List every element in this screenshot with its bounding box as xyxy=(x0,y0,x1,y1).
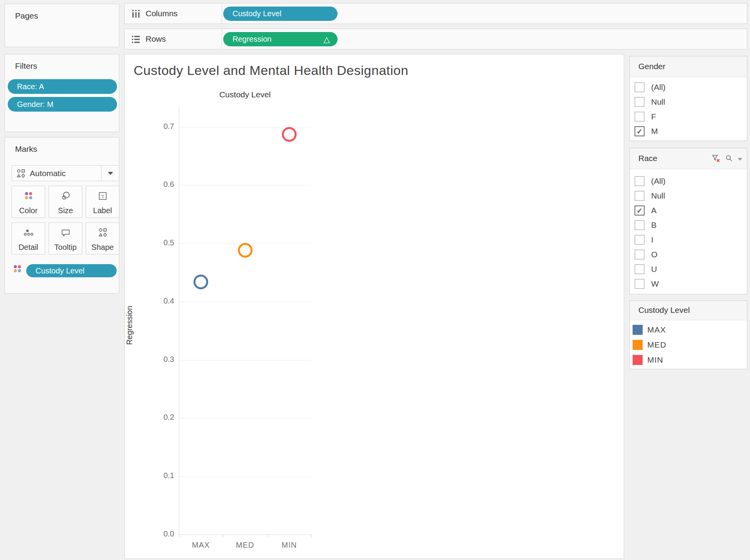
race-item-b[interactable]: B xyxy=(630,218,747,232)
x-axis-tick xyxy=(179,535,179,537)
race-item-o[interactable]: O xyxy=(630,247,747,262)
rows-shelf-label: Rows xyxy=(146,29,166,49)
filters-panel: Filters Race: AGender: M xyxy=(5,54,119,132)
detail-button[interactable]: Detail xyxy=(12,222,45,255)
y-axis-line xyxy=(179,107,179,535)
search-icon[interactable] xyxy=(725,154,734,165)
filter-clear-icon[interactable] xyxy=(711,154,721,165)
gridline xyxy=(179,418,311,418)
y-tick-label: 0.6 xyxy=(143,180,174,189)
checkbox-unchecked[interactable] xyxy=(635,97,645,107)
checkbox-unchecked[interactable] xyxy=(635,249,645,260)
y-tick-label: 0.0 xyxy=(143,529,174,538)
gender-item-f[interactable]: F xyxy=(630,109,747,124)
marks-button-label: Color xyxy=(19,206,38,215)
legend-label: MAX xyxy=(647,325,666,334)
size-circles-icon xyxy=(60,191,71,203)
gender-item-null[interactable]: Null xyxy=(630,95,747,109)
x-axis-tick xyxy=(223,535,223,537)
tooltip-bubble-icon xyxy=(60,227,71,240)
shelf-divider xyxy=(222,3,222,24)
filters-title: Filters xyxy=(15,61,37,71)
race-panel-title: Race xyxy=(638,154,657,163)
legend-item-max[interactable]: MAX xyxy=(630,322,747,337)
race-panel-header[interactable]: Race xyxy=(630,148,747,169)
plot-region: 0.00.10.20.30.40.50.60.7MAXMEDMIN xyxy=(125,54,624,558)
shelf-divider xyxy=(222,29,222,49)
gridline xyxy=(179,360,311,360)
gridline xyxy=(179,302,311,302)
gender-panel-header[interactable]: Gender xyxy=(630,56,747,77)
race-item-u[interactable]: U xyxy=(630,262,747,277)
gridline xyxy=(179,476,311,477)
race-item-null[interactable]: Null xyxy=(630,188,747,203)
marks-title: Marks xyxy=(15,144,37,154)
size-button[interactable]: Size xyxy=(49,186,82,218)
checkbox-checked[interactable]: ✓ xyxy=(635,126,645,136)
columns-shelf[interactable]: Columns Custody Level xyxy=(124,3,747,24)
svg-text:T: T xyxy=(101,194,104,199)
marks-button-label: Detail xyxy=(19,243,38,252)
check-label: A xyxy=(651,206,657,215)
tooltip-button[interactable]: Tooltip xyxy=(49,222,82,255)
custody-legend-header[interactable]: Custody Level xyxy=(630,301,747,320)
legend-label: MIN xyxy=(647,355,663,365)
marks-pill-label: Custody Level xyxy=(36,266,85,275)
y-tick-label: 0.5 xyxy=(143,238,174,247)
race-item-a[interactable]: ✓A xyxy=(630,203,747,218)
filter-pill-label: Race: A xyxy=(17,82,44,91)
race-item-all[interactable]: (All) xyxy=(630,174,747,188)
checkbox-unchecked[interactable] xyxy=(635,235,645,245)
rows-shelf[interactable]: Rows Regression △ xyxy=(124,29,747,49)
checkbox-unchecked[interactable] xyxy=(635,176,645,186)
checkbox-unchecked[interactable] xyxy=(635,112,645,122)
y-tick-label: 0.1 xyxy=(143,471,174,480)
checkbox-unchecked[interactable] xyxy=(635,191,645,201)
y-tick-label: 0.2 xyxy=(143,413,174,422)
filter-pill-race-a[interactable]: Race: A xyxy=(8,79,117,94)
scatter-mark-med[interactable] xyxy=(238,243,253,258)
scatter-mark-min[interactable] xyxy=(282,127,297,142)
columns-icon xyxy=(131,9,141,19)
marks-button-label: Tooltip xyxy=(54,243,77,252)
rows-pill-regression[interactable]: Regression △ xyxy=(223,32,338,46)
pages-title: Pages xyxy=(15,11,38,20)
shape-shapes-icon xyxy=(98,227,108,239)
filter-pill-gender-m[interactable]: Gender: M xyxy=(8,97,117,112)
label-button[interactable]: TLabel xyxy=(86,186,119,218)
checkbox-unchecked[interactable] xyxy=(635,279,645,289)
scatter-mark-max[interactable] xyxy=(193,275,208,289)
shape-button[interactable]: Shape xyxy=(86,222,119,255)
checkbox-unchecked[interactable] xyxy=(635,220,645,230)
dropdown-caret-icon[interactable] xyxy=(738,158,742,161)
check-label: O xyxy=(651,250,657,259)
race-filter-panel: Race (All)Null✓ABIOUW xyxy=(630,148,747,294)
y-tick-label: 0.7 xyxy=(143,122,174,131)
check-label: F xyxy=(651,112,656,121)
color-button[interactable]: Color xyxy=(12,186,45,218)
mark-type-dropdown[interactable]: Automatic xyxy=(12,165,119,181)
check-label: Null xyxy=(651,191,665,200)
marks-button-label: Size xyxy=(58,206,73,215)
gender-item-all[interactable]: (All) xyxy=(630,80,747,95)
filter-pill-label: Gender: M xyxy=(17,100,53,109)
checkbox-unchecked[interactable] xyxy=(635,82,645,92)
gridline xyxy=(179,185,311,185)
gender-item-m[interactable]: ✓M xyxy=(630,124,747,139)
x-axis-tick xyxy=(267,535,268,537)
race-item-i[interactable]: I xyxy=(630,232,747,247)
legend-item-min[interactable]: MIN xyxy=(630,352,747,367)
check-label: (All) xyxy=(651,83,665,92)
checkbox-unchecked[interactable] xyxy=(635,264,645,274)
delta-icon: △ xyxy=(324,35,330,44)
gender-filter-panel: Gender (All)NullF✓M xyxy=(630,56,747,141)
check-label: W xyxy=(651,279,659,288)
checkbox-checked[interactable]: ✓ xyxy=(635,205,645,216)
pages-panel: Pages xyxy=(5,4,119,47)
mark-type-caret[interactable] xyxy=(101,166,119,181)
marks-pill-custody-level[interactable]: Custody Level xyxy=(26,264,117,277)
columns-pill-label: Custody Level xyxy=(232,9,282,18)
race-item-w[interactable]: W xyxy=(630,277,747,291)
columns-pill-custody-level[interactable]: Custody Level xyxy=(223,7,338,21)
legend-item-med[interactable]: MED xyxy=(630,337,747,352)
